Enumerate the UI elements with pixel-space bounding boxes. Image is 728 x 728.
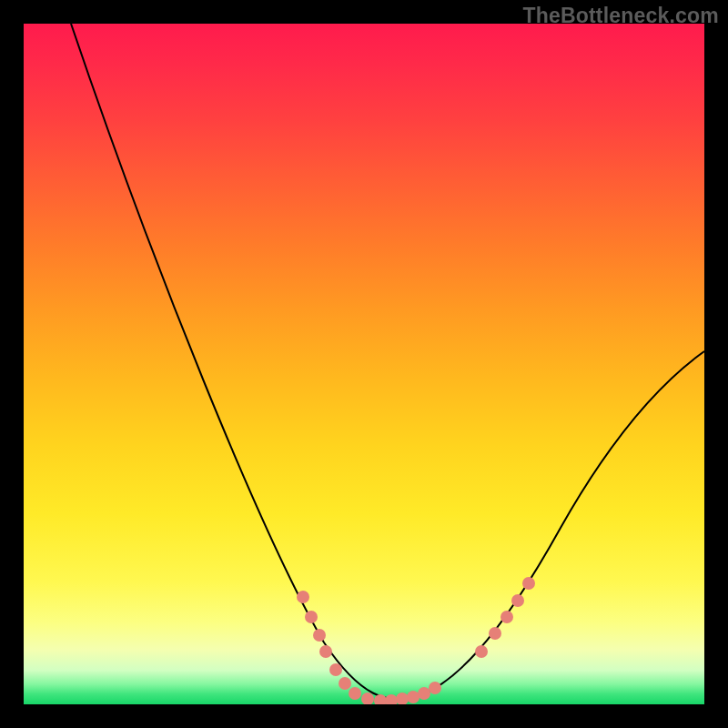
marker-dot bbox=[349, 687, 361, 700]
marker-dot bbox=[374, 694, 387, 704]
marker-dot bbox=[418, 687, 430, 700]
marker-dot bbox=[522, 577, 535, 590]
marker-dot bbox=[319, 645, 332, 658]
marker-dot bbox=[297, 591, 309, 603]
watermark-text: TheBottleneck.com bbox=[522, 4, 719, 28]
marker-dot bbox=[500, 611, 513, 623]
bottleneck-plot bbox=[24, 24, 704, 704]
marker-dot bbox=[361, 693, 374, 704]
marker-dot bbox=[313, 629, 326, 642]
chart-frame bbox=[24, 24, 704, 704]
marker-dot bbox=[429, 682, 441, 694]
marker-group bbox=[297, 577, 535, 704]
marker-dot bbox=[489, 627, 501, 640]
marker-dot bbox=[396, 693, 409, 704]
marker-dot bbox=[475, 645, 488, 658]
marker-dot bbox=[385, 694, 398, 704]
bottleneck-curve bbox=[71, 24, 704, 700]
marker-dot bbox=[305, 611, 318, 623]
marker-dot bbox=[339, 677, 351, 690]
marker-dot bbox=[511, 594, 524, 607]
marker-dot bbox=[407, 691, 420, 703]
marker-dot bbox=[329, 663, 342, 676]
